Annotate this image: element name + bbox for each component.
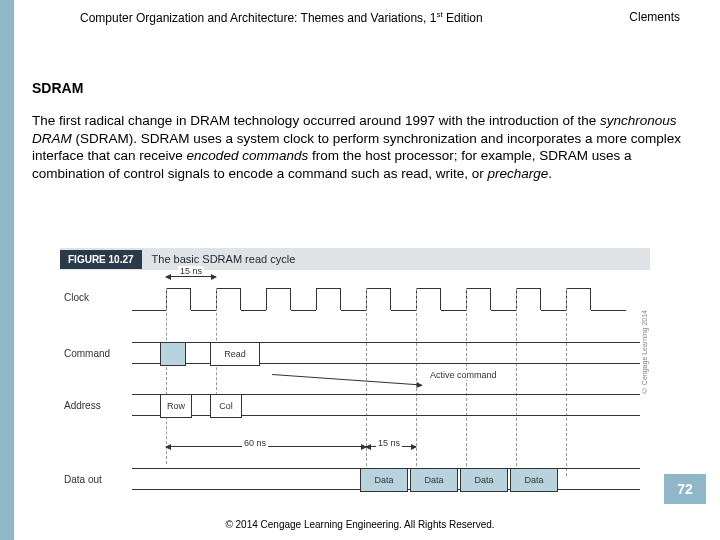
figure-10-27: FIGURE 10.27 The basic SDRAM read cycle … (60, 248, 650, 496)
command-bus: Read (132, 342, 640, 364)
clock-waveform (132, 288, 640, 310)
data-2: Data (460, 468, 508, 492)
label-command: Command (64, 348, 110, 359)
arrow-to-active (272, 374, 422, 385)
label-dataout: Data out (64, 474, 102, 485)
label-clock: Clock (64, 292, 89, 303)
figure-header: FIGURE 10.27 The basic SDRAM read cycle (60, 248, 650, 270)
label-60ns: 60 ns (242, 438, 268, 448)
book-title: Computer Organization and Architecture: … (80, 10, 483, 25)
author-name: Clements (629, 10, 680, 25)
slide-footer: © 2014 Cengage Learning Engineering. All… (0, 519, 720, 530)
timing-diagram: Clock Command Address Data out 15 ns (60, 270, 650, 496)
address-bus: Row Col (132, 394, 640, 416)
label-15ns-top: 15 ns (178, 266, 204, 276)
figure-number: FIGURE 10.27 (60, 250, 142, 269)
addr-col: Col (210, 394, 242, 418)
addr-row: Row (160, 394, 192, 418)
section-title: SDRAM (32, 80, 83, 96)
figure-caption: The basic SDRAM read cycle (152, 253, 296, 265)
slide-header: Computer Organization and Architecture: … (80, 10, 680, 25)
label-active-command: Active command (428, 370, 499, 380)
cmd-read: Read (210, 342, 260, 366)
span-15ns-top (166, 276, 216, 277)
label-address: Address (64, 400, 101, 411)
page-number-badge: 72 (664, 474, 706, 504)
dataout-bus: Data Data Data Data (132, 468, 640, 490)
data-3: Data (510, 468, 558, 492)
data-1: Data (410, 468, 458, 492)
figure-copyright: © Cengage Learning 2014 (641, 310, 648, 394)
data-0: Data (360, 468, 408, 492)
body-paragraph: The first radical change in DRAM technol… (32, 112, 692, 182)
label-15ns-bot: 15 ns (376, 438, 402, 448)
